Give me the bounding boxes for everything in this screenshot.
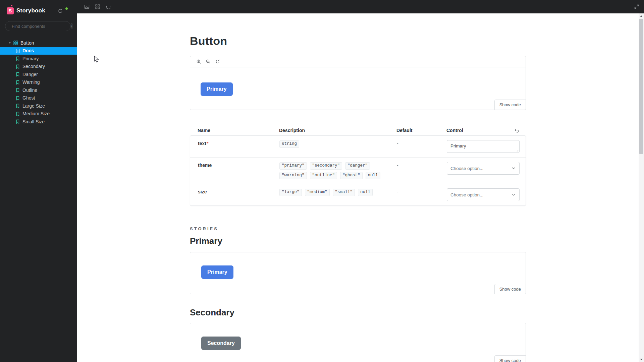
arg-name: theme (190, 162, 279, 179)
args-table-body: text* string - Primary (190, 135, 526, 206)
story-canvas: Primary (190, 252, 526, 294)
sidebar-item-docs[interactable]: Docs (0, 47, 77, 55)
zoom-out-button[interactable] (204, 58, 213, 66)
args-row-text: text* string - Primary (190, 136, 526, 157)
column-header-name: Name (190, 128, 279, 133)
type-badge: "medium" (305, 189, 330, 196)
sidebar-item-secondary[interactable]: Secondary (0, 63, 77, 71)
scroll-up-button[interactable] (639, 13, 644, 19)
page-title: Button (190, 35, 526, 47)
type-badge: "warning" (279, 172, 307, 179)
arg-default: - (397, 140, 447, 153)
slash-shortcut-key: / (71, 23, 72, 29)
reset-controls-button[interactable] (514, 127, 521, 134)
rendered-primary-button[interactable]: Primary (201, 265, 233, 279)
type-badge: null (358, 189, 373, 196)
sidebar-item-label: Outline (22, 87, 37, 93)
type-badge: "outline" (310, 172, 337, 179)
sidebar-item-medium-size[interactable]: Medium Size (0, 110, 77, 118)
type-badge: "small" (333, 189, 355, 196)
type-badge: string (279, 140, 299, 148)
storybook-logo[interactable]: S (7, 7, 14, 14)
sidebar-tree: Button Docs Primary Secondary Danger (0, 39, 77, 126)
chevron-down-icon (511, 166, 516, 171)
args-table-header: Name Description Default Control (190, 125, 526, 135)
sidebar-item-warning[interactable]: Warning (0, 78, 77, 86)
sidebar-item-large-size[interactable]: Large Size (0, 102, 77, 110)
scrollbar-thumb[interactable] (639, 19, 643, 154)
type-badge: null (366, 172, 380, 179)
grid-icon (95, 4, 100, 9)
search-input[interactable] (12, 24, 71, 29)
text-arg-textarea[interactable]: Primary (447, 140, 520, 153)
brand-title: Storybook (16, 7, 45, 14)
zoom-reset-button[interactable] (213, 58, 222, 66)
triangle-up-icon (640, 15, 643, 17)
measure-button[interactable] (103, 2, 114, 11)
search-box[interactable]: / (5, 21, 71, 31)
vertical-scrollbar (639, 13, 644, 362)
type-badge: "danger" (345, 162, 370, 170)
sidebar-item-label: Button (20, 40, 34, 46)
docs-page: Button (190, 13, 526, 362)
rendered-primary-button[interactable]: Primary (201, 82, 233, 96)
bookmark-icon (15, 104, 20, 108)
zoom-reset-icon (215, 59, 220, 64)
fullscreen-button[interactable] (631, 2, 642, 11)
storybook-app: S Storybook / (0, 0, 644, 362)
story-heading-secondary: Secondary (190, 307, 526, 317)
arg-control: Choose option... (447, 188, 526, 201)
zoom-in-icon (196, 59, 202, 64)
arg-name: size (190, 188, 279, 201)
document-icon (15, 49, 20, 53)
sidebar-item-label: Secondary (22, 64, 45, 69)
zoom-out-icon (206, 59, 211, 64)
type-badge: "primary" (279, 162, 307, 170)
show-code-button[interactable]: Show code (494, 284, 526, 294)
backgrounds-button[interactable] (82, 2, 92, 11)
sidebar-item-primary[interactable]: Primary (0, 55, 77, 63)
bookmark-icon (15, 64, 20, 69)
rendered-secondary-button[interactable]: Secondary (201, 337, 241, 350)
arg-control: Primary (447, 140, 526, 153)
sidebar-item-ghost[interactable]: Ghost (0, 94, 77, 102)
bookmark-icon (15, 80, 20, 85)
chevron-down-icon (511, 192, 516, 197)
arg-description: string (279, 140, 397, 153)
stories-section-label: STORIES (190, 226, 526, 231)
triangle-down-icon (640, 359, 643, 360)
theme-arg-select[interactable]: Choose option... (447, 162, 520, 175)
sidebar-item-label: Warning (22, 79, 40, 85)
grid-toggle-button[interactable] (92, 2, 103, 11)
canvas-toolbar (77, 0, 644, 13)
resize-handle-icon[interactable] (515, 148, 519, 152)
expand-icon (634, 4, 639, 9)
arg-default: - (397, 188, 447, 201)
component-icon (13, 41, 18, 45)
sidebar-item-label: Small Size (22, 119, 45, 124)
arg-description: "primary""secondary""danger" "warning""o… (279, 162, 397, 179)
sidebar-item-danger[interactable]: Danger (0, 70, 77, 78)
preview-area: Button (77, 13, 639, 362)
type-badge: "secondary" (310, 162, 342, 170)
sidebar-item-label: Large Size (22, 103, 45, 109)
show-code-button[interactable]: Show code (494, 355, 526, 362)
sync-status-icon[interactable] (58, 8, 68, 15)
bookmark-icon (15, 88, 20, 93)
sidebar-item-small-size[interactable]: Small Size (0, 118, 77, 126)
brand-row: S Storybook (7, 6, 72, 16)
story-canvas: Primary (190, 67, 526, 110)
preview-zoom-toolbar (190, 56, 526, 67)
sidebar-item-outline[interactable]: Outline (0, 86, 77, 94)
undo-icon (514, 128, 520, 133)
scroll-down-button[interactable] (639, 357, 644, 362)
show-code-button[interactable]: Show code (494, 100, 526, 110)
zoom-in-button[interactable] (194, 58, 204, 66)
bookmark-icon (15, 112, 20, 116)
size-arg-select[interactable]: Choose option... (447, 188, 520, 201)
sidebar-item-button[interactable]: Button (0, 39, 77, 47)
column-header-description: Description (279, 128, 396, 133)
args-row-size: size "large""medium""small"null - Choose… (190, 184, 526, 205)
type-badge: "ghost" (340, 172, 363, 179)
sidebar-item-label: Docs (22, 48, 34, 53)
